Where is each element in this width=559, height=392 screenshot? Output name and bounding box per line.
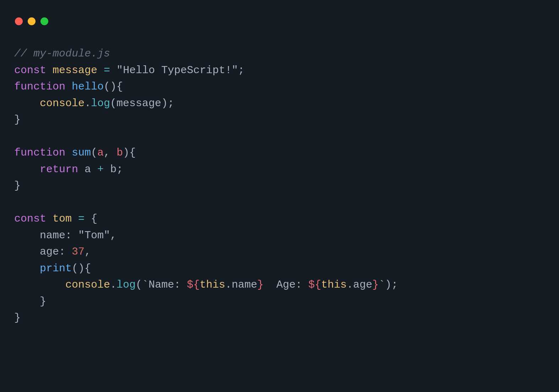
- token-operator: +: [97, 163, 104, 175]
- close-icon[interactable]: [15, 17, 23, 25]
- token-space: [97, 64, 104, 76]
- token-this: this: [200, 279, 225, 291]
- token-punct: (){: [104, 81, 123, 93]
- token-template-text: Age:: [264, 279, 308, 291]
- token-punct: (: [110, 97, 116, 109]
- token-method: log: [116, 279, 136, 291]
- token-indent: [14, 262, 40, 274]
- token-indent: [14, 97, 40, 109]
- token-template-open: ${: [187, 279, 200, 291]
- token-indent: [14, 163, 40, 175]
- token-punct: ;: [116, 163, 123, 175]
- token-property: age: [40, 246, 59, 258]
- code-comment: // my-module.js: [14, 48, 110, 60]
- token-indent: [14, 229, 40, 241]
- token-space: [110, 64, 116, 76]
- token-template-open: ${: [308, 279, 321, 291]
- token-punct: );: [385, 279, 398, 291]
- token-punct: ,: [85, 246, 91, 258]
- token-space: [85, 213, 91, 225]
- token-operator: =: [104, 64, 110, 76]
- token-string-quote: ": [78, 229, 85, 241]
- token-space: [46, 64, 53, 76]
- zoom-icon[interactable]: [40, 17, 48, 25]
- token-object: console: [40, 97, 85, 109]
- token-property: age: [353, 279, 372, 291]
- token-string: Tom: [85, 229, 104, 241]
- token-var: a: [85, 163, 91, 175]
- token-function-name: hello: [72, 81, 104, 93]
- token-brace: }: [14, 312, 21, 324]
- token-space: [110, 147, 116, 159]
- token-function-name: sum: [72, 147, 91, 159]
- token-brace: }: [40, 295, 46, 307]
- token-keyword: function: [14, 147, 65, 159]
- token-punct: ){: [123, 147, 136, 159]
- token-punct: .: [85, 97, 91, 109]
- token-space: [46, 213, 53, 225]
- token-identifier: tom: [53, 213, 72, 225]
- token-template-text: Name:: [148, 279, 187, 291]
- code-editor[interactable]: // my-module.js const message = "Hello T…: [0, 32, 559, 326]
- token-operator: =: [78, 213, 85, 225]
- token-string-quote: ": [104, 229, 110, 241]
- token-punct: .: [225, 279, 232, 291]
- window-titlebar: [0, 0, 559, 32]
- token-punct: ,: [110, 229, 116, 241]
- token-property: name: [232, 279, 257, 291]
- token-space: [72, 213, 78, 225]
- token-string-quote: ": [232, 64, 238, 76]
- token-template-close: }: [257, 279, 264, 291]
- token-param: a: [97, 147, 104, 159]
- token-punct: ,: [104, 147, 110, 159]
- token-number: 37: [72, 246, 85, 258]
- token-space: [91, 163, 97, 175]
- token-backtick: `: [379, 279, 385, 291]
- token-object: console: [65, 279, 110, 291]
- token-backtick: `: [142, 279, 148, 291]
- token-punct: :: [65, 229, 72, 241]
- token-method: log: [91, 97, 110, 109]
- token-keyword: return: [40, 163, 78, 175]
- token-property: name: [40, 229, 65, 241]
- token-punct: );: [161, 97, 174, 109]
- token-keyword: function: [14, 81, 65, 93]
- token-brace: }: [14, 114, 21, 126]
- token-indent: [14, 246, 40, 258]
- token-arg: message: [116, 97, 161, 109]
- token-punct: .: [110, 279, 116, 291]
- token-space: [65, 81, 72, 93]
- token-space: [65, 147, 72, 159]
- token-string: Hello TypeScript!: [123, 64, 232, 76]
- token-template-close: }: [372, 279, 379, 291]
- token-param: b: [116, 147, 123, 159]
- token-indent: [14, 279, 65, 291]
- token-punct: ;: [238, 64, 244, 76]
- token-var: b: [110, 163, 116, 175]
- token-punct: (){: [72, 262, 91, 274]
- token-space: [65, 246, 72, 258]
- editor-window: // my-module.js const message = "Hello T…: [0, 0, 559, 392]
- token-keyword: const: [14, 64, 46, 76]
- token-space: [78, 163, 85, 175]
- token-space: [72, 229, 78, 241]
- minimize-icon[interactable]: [28, 17, 36, 25]
- token-punct: (: [91, 147, 97, 159]
- token-string-quote: ": [116, 64, 123, 76]
- token-brace: }: [14, 180, 21, 192]
- token-method-name: print: [40, 262, 72, 274]
- token-this: this: [321, 279, 347, 291]
- token-keyword: const: [14, 213, 46, 225]
- token-punct: :: [59, 246, 65, 258]
- token-space: [104, 163, 110, 175]
- token-brace: {: [91, 213, 97, 225]
- token-punct: (: [136, 279, 142, 291]
- token-punct: .: [347, 279, 353, 291]
- token-identifier: message: [53, 64, 97, 76]
- token-indent: [14, 295, 40, 307]
